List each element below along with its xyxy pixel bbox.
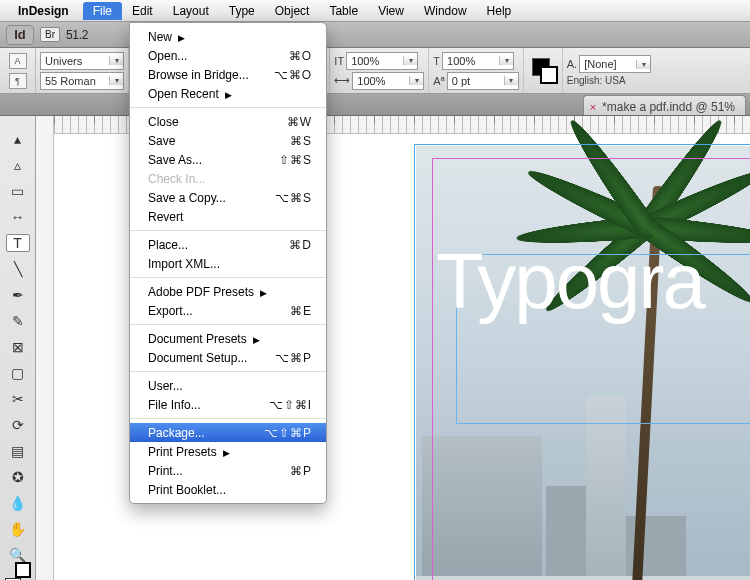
charstyle-value: [None] xyxy=(580,58,636,70)
line-tool[interactable]: ╲ xyxy=(6,260,30,278)
menuitem-document-setup[interactable]: Document Setup...⌥⌘P xyxy=(130,348,326,367)
rect-frame-tool[interactable]: ⊠ xyxy=(6,338,30,356)
menu-window[interactable]: Window xyxy=(414,2,477,20)
menuitem-print[interactable]: Print...⌘P xyxy=(130,461,326,480)
gradient-tool[interactable]: ▤ xyxy=(6,442,30,460)
menuitem-export[interactable]: Export...⌘E xyxy=(130,301,326,320)
menuitem-print-booklet[interactable]: Print Booklet... xyxy=(130,480,326,499)
menuitem-document-presets[interactable]: Document Presets xyxy=(130,329,326,348)
font-style-value: 55 Roman xyxy=(41,75,109,87)
menuitem-label: Save As... xyxy=(148,153,202,167)
menu-file[interactable]: File xyxy=(83,2,122,20)
note-tool[interactable]: ✪ xyxy=(6,468,30,486)
font-family-value: Univers xyxy=(41,55,109,67)
tools-panel: ▴ ▵ ▭ ↔ T ╲ ✒ ✎ ⊠ ▢ ✂ ⟳ ▤ ✪ 💧 ✋ 🔍 ▣ ▥ xyxy=(0,116,36,580)
page-image[interactable] xyxy=(416,146,750,580)
menuitem-print-presets[interactable]: Print Presets xyxy=(130,442,326,461)
stroke-swatch-icon[interactable] xyxy=(540,66,558,84)
menuitem-shortcut: ⌘S xyxy=(290,134,312,148)
charstyle-cluster: A. [None]▾ English: USA xyxy=(562,48,655,93)
page-tool[interactable]: ▭ xyxy=(6,182,30,200)
zoom-readout[interactable]: 51.2 xyxy=(66,28,88,42)
menuitem-close[interactable]: Close⌘W xyxy=(130,112,326,131)
menuitem-revert[interactable]: Revert xyxy=(130,207,326,226)
gap-tool[interactable]: ↔ xyxy=(6,208,30,226)
menuitem-label: New xyxy=(148,30,185,44)
fill-stroke-proxy[interactable] xyxy=(532,58,558,84)
direct-select-tool[interactable]: ▵ xyxy=(6,156,30,174)
menuitem-adobe-pdf-presets[interactable]: Adobe PDF Presets xyxy=(130,282,326,301)
menuitem-shortcut: ⇧⌘S xyxy=(279,153,312,167)
menuitem-label: Adobe PDF Presets xyxy=(148,285,267,299)
character-mode-icon[interactable]: A xyxy=(9,53,27,69)
menuitem-label: Document Setup... xyxy=(148,351,247,365)
menuitem-shortcut: ⌘E xyxy=(290,304,312,318)
menuitem-package[interactable]: Package...⌥⇧⌘P xyxy=(130,423,326,442)
menuitem-label: Import XML... xyxy=(148,257,220,271)
paragraph-mode-icon[interactable]: ¶ xyxy=(9,73,27,89)
document-tab-bar: × *make a pdf.indd @ 51% xyxy=(0,94,750,116)
menuitem-label: Browse in Bridge... xyxy=(148,68,249,82)
app-name[interactable]: InDesign xyxy=(18,4,69,18)
stroke-icon[interactable] xyxy=(15,562,31,578)
menuitem-shortcut: ⌘D xyxy=(289,238,312,252)
menuitem-label: Check In... xyxy=(148,172,205,186)
hand-tool[interactable]: ✋ xyxy=(6,520,30,538)
scissors-tool[interactable]: ✂ xyxy=(6,390,30,408)
menuitem-save-as[interactable]: Save As...⇧⌘S xyxy=(130,150,326,169)
menu-separator xyxy=(130,107,326,108)
menu-object[interactable]: Object xyxy=(265,2,320,20)
font-family-combo[interactable]: Univers▾ xyxy=(40,52,124,70)
vscale-combo[interactable]: 100%▾ xyxy=(346,52,418,70)
menu-edit[interactable]: Edit xyxy=(122,2,163,20)
menuitem-shortcut: ⌥⌘O xyxy=(274,68,312,82)
menu-type[interactable]: Type xyxy=(219,2,265,20)
menuitem-label: Save xyxy=(148,134,175,148)
menu-separator xyxy=(130,277,326,278)
vertical-ruler[interactable] xyxy=(36,116,54,580)
menuitem-place[interactable]: Place...⌘D xyxy=(130,235,326,254)
menu-layout[interactable]: Layout xyxy=(163,2,219,20)
menu-help[interactable]: Help xyxy=(477,2,522,20)
photo-building xyxy=(586,396,626,580)
photo-building xyxy=(422,436,542,580)
workspace: ▴ ▵ ▭ ↔ T ╲ ✒ ✎ ⊠ ▢ ✂ ⟳ ▤ ✪ 💧 ✋ 🔍 ▣ ▥ xyxy=(0,116,750,580)
document-tab[interactable]: × *make a pdf.indd @ 51% xyxy=(583,95,746,115)
fill-stroke-cluster xyxy=(523,48,562,93)
pen-tool[interactable]: ✒ xyxy=(6,286,30,304)
menuitem-file-info[interactable]: File Info...⌥⇧⌘I xyxy=(130,395,326,414)
menu-table[interactable]: Table xyxy=(319,2,368,20)
language-label[interactable]: English: USA xyxy=(567,75,651,86)
charstyle-combo[interactable]: [None]▾ xyxy=(579,55,651,73)
menuitem-shortcut: ⌘W xyxy=(287,115,312,129)
menuitem-new[interactable]: New xyxy=(130,27,326,46)
pencil-tool[interactable]: ✎ xyxy=(6,312,30,330)
menuitem-open-recent[interactable]: Open Recent xyxy=(130,84,326,103)
font-style-combo[interactable]: 55 Roman▾ xyxy=(40,72,124,90)
menuitem-save-a-copy[interactable]: Save a Copy...⌥⌘S xyxy=(130,188,326,207)
menuitem-import-xml[interactable]: Import XML... xyxy=(130,254,326,273)
baseline-combo[interactable]: 100%▾ xyxy=(442,52,514,70)
menuitem-user[interactable]: User... xyxy=(130,376,326,395)
menuitem-label: Print Booklet... xyxy=(148,483,226,497)
type-tool[interactable]: T xyxy=(6,234,30,252)
control-mode-switch[interactable]: A ¶ xyxy=(0,48,36,93)
menuitem-save[interactable]: Save⌘S xyxy=(130,131,326,150)
hscale-combo[interactable]: 100%▾ xyxy=(352,72,424,90)
bridge-badge-icon[interactable]: Br xyxy=(40,27,60,42)
menuitem-label: Open... xyxy=(148,49,187,63)
selection-tool[interactable]: ▴ xyxy=(6,130,30,148)
free-transform-tool[interactable]: ⟳ xyxy=(6,416,30,434)
close-tab-icon[interactable]: × xyxy=(590,101,596,113)
rect-tool[interactable]: ▢ xyxy=(6,364,30,382)
baseline-icon: T xyxy=(433,55,440,67)
menu-view[interactable]: View xyxy=(368,2,414,20)
menuitem-label: Print Presets xyxy=(148,445,230,459)
photo-pool xyxy=(416,576,750,580)
menuitem-open[interactable]: Open...⌘O xyxy=(130,46,326,65)
headline-text[interactable]: Typogra xyxy=(436,236,704,327)
baseline-shift-combo[interactable]: 0 pt▾ xyxy=(447,72,519,90)
eyedropper-tool[interactable]: 💧 xyxy=(6,494,30,512)
menuitem-browse-in-bridge[interactable]: Browse in Bridge...⌥⌘O xyxy=(130,65,326,84)
menuitem-shortcut: ⌥⌘P xyxy=(275,351,312,365)
